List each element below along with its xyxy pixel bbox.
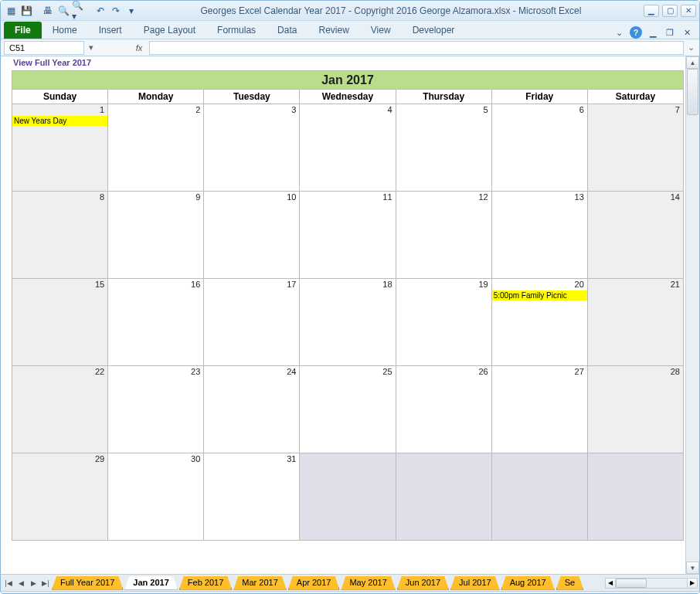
calendar-cell[interactable]: 23	[108, 366, 204, 453]
calendar-cell[interactable]: 8	[12, 192, 108, 279]
close-button[interactable]: ✕	[681, 5, 696, 17]
calendar-cell[interactable]: 29	[12, 453, 108, 541]
calendar-cell[interactable]: 22	[12, 366, 108, 453]
calendar-cell[interactable]: 19	[396, 279, 492, 366]
calendar-cell[interactable]	[588, 453, 684, 541]
ribbon-tab-formulas[interactable]: Formulas	[206, 22, 267, 39]
ribbon-tab-developer[interactable]: Developer	[402, 22, 466, 39]
tab-nav-next[interactable]: ▶	[27, 577, 39, 589]
view-full-year-link[interactable]: View Full Year 2017	[12, 58, 684, 70]
worksheet[interactable]: View Full Year 2017 Jan 2017 SundayMonda…	[1, 56, 685, 574]
ribbon-tab-page-layout[interactable]: Page Layout	[133, 22, 206, 39]
calendar-cell[interactable]: 14	[588, 192, 684, 279]
day-number: 25	[382, 367, 392, 376]
hscroll-left[interactable]: ◀	[605, 578, 616, 589]
calendar-cell[interactable]: 16	[108, 279, 204, 366]
sheet-tab[interactable]: Apr 2017	[288, 576, 340, 590]
calendar-cell[interactable]: 25	[300, 366, 396, 453]
day-number: 11	[382, 192, 392, 202]
ribbon-tab-insert[interactable]: Insert	[88, 22, 133, 39]
tab-nav-first[interactable]: |◀	[2, 577, 15, 589]
find-dropdown-icon[interactable]: 🔍▾	[72, 4, 86, 18]
calendar-event[interactable]: New Years Day	[12, 116, 107, 126]
window-minimize-icon[interactable]: ▁	[647, 26, 659, 39]
calendar-cell[interactable]: 205:00pm Family Picnic	[492, 279, 588, 366]
ribbon-tab-home[interactable]: Home	[42, 22, 88, 39]
undo-icon[interactable]: ↶	[93, 4, 107, 18]
sheet-tab[interactable]: Full Year 2017	[52, 576, 123, 590]
calendar-cell[interactable]: 31	[204, 453, 300, 541]
sheet-tab[interactable]: Jan 2017	[124, 576, 177, 590]
calendar-cell[interactable]: 30	[108, 453, 204, 541]
ribbon-tab-view[interactable]: View	[360, 22, 402, 39]
ribbon-tab-review[interactable]: Review	[308, 22, 359, 39]
day-number: 1	[100, 105, 104, 114]
title-bar: ▦ 💾 🖶 🔍 🔍▾ ↶ ↷ ▾ Georges Excel Calendar …	[1, 1, 699, 21]
calendar-cell[interactable]: 5	[396, 104, 492, 192]
file-tab[interactable]: File	[4, 22, 42, 39]
find-icon[interactable]: 🔍	[56, 4, 70, 18]
calendar-cell[interactable]	[396, 453, 492, 541]
calendar-cell[interactable]: 21	[588, 279, 684, 366]
vertical-scrollbar[interactable]: ▲ ▼	[685, 56, 699, 574]
name-box-dropdown[interactable]: ▾	[86, 42, 97, 53]
fx-label[interactable]: fx	[131, 43, 148, 53]
cell-reference: C51	[9, 43, 25, 53]
calendar-cell[interactable]: 17	[204, 279, 300, 366]
calendar-cell[interactable]: 6	[492, 104, 588, 192]
tab-nav-last[interactable]: ▶|	[39, 577, 52, 589]
day-header: Tuesday	[204, 89, 300, 104]
ribbon-tab-data[interactable]: Data	[267, 22, 308, 39]
help-icon[interactable]: ?	[630, 26, 642, 39]
sheet-tab[interactable]: Mar 2017	[233, 576, 286, 590]
calendar-row: 1516171819205:00pm Family Picnic21	[12, 279, 684, 366]
save-icon[interactable]: 💾	[19, 4, 33, 18]
calendar-cell[interactable]	[492, 453, 588, 541]
calendar-cell[interactable]: 26	[396, 366, 492, 453]
calendar-cell[interactable]: 18	[300, 279, 396, 366]
hscroll-right[interactable]: ▶	[687, 578, 698, 589]
name-box[interactable]: C51	[4, 41, 84, 55]
minimize-button[interactable]: ▁	[644, 5, 659, 17]
calendar-cell[interactable]: 1New Years Day	[12, 104, 108, 192]
horizontal-scrollbar[interactable]: ◀ ▶	[605, 577, 698, 589]
sheet-tab[interactable]: Jul 2017	[450, 576, 500, 590]
scroll-up-button[interactable]: ▲	[686, 56, 699, 69]
sheet-tab[interactable]: Feb 2017	[179, 576, 232, 590]
calendar-cell[interactable]: 15	[12, 279, 108, 366]
scroll-down-button[interactable]: ▼	[686, 562, 699, 574]
calendar-cell[interactable]: 11	[300, 192, 396, 279]
calendar-row: 891011121314	[12, 192, 684, 279]
day-number: 2	[195, 105, 200, 114]
hscroll-thumb[interactable]	[616, 579, 647, 588]
maximize-button[interactable]: ▢	[662, 5, 678, 17]
tab-nav-prev[interactable]: ◀	[15, 577, 27, 589]
ribbon-minimize-icon[interactable]: ⌄	[613, 26, 625, 39]
calendar-cell[interactable]: 9	[108, 192, 204, 279]
formula-bar-expand[interactable]: ⌄	[685, 42, 696, 53]
calendar-cell[interactable]: 12	[396, 192, 492, 279]
calendar-cell[interactable]: 27	[492, 366, 588, 453]
calendar-cell[interactable]: 10	[204, 192, 300, 279]
scroll-thumb[interactable]	[687, 69, 698, 115]
redo-icon[interactable]: ↷	[109, 4, 123, 18]
calendar-cell[interactable]: 7	[588, 104, 684, 192]
calendar-event[interactable]: 5:00pm Family Picnic	[492, 290, 587, 300]
sheet-tab[interactable]: Aug 2017	[501, 576, 555, 590]
calendar-cell[interactable]: 4	[300, 104, 396, 192]
sheet-tab[interactable]: May 2017	[341, 576, 395, 590]
sheet-tab[interactable]: Se	[556, 576, 583, 590]
window-close-icon[interactable]: ✕	[681, 26, 693, 39]
qat-customize-icon[interactable]: ▾	[124, 4, 138, 18]
window-restore-icon[interactable]: ❐	[664, 26, 676, 39]
calendar-cell[interactable]: 28	[588, 366, 684, 453]
calendar-cell[interactable]	[300, 453, 396, 541]
calendar-cell[interactable]: 24	[204, 366, 300, 453]
scroll-track[interactable]	[686, 69, 699, 562]
calendar-cell[interactable]: 3	[204, 104, 300, 192]
calendar-cell[interactable]: 13	[492, 192, 588, 279]
calendar-cell[interactable]: 2	[108, 104, 204, 192]
print-preview-icon[interactable]: 🖶	[41, 4, 55, 18]
sheet-tab[interactable]: Jun 2017	[397, 576, 449, 590]
formula-input[interactable]	[149, 41, 684, 55]
